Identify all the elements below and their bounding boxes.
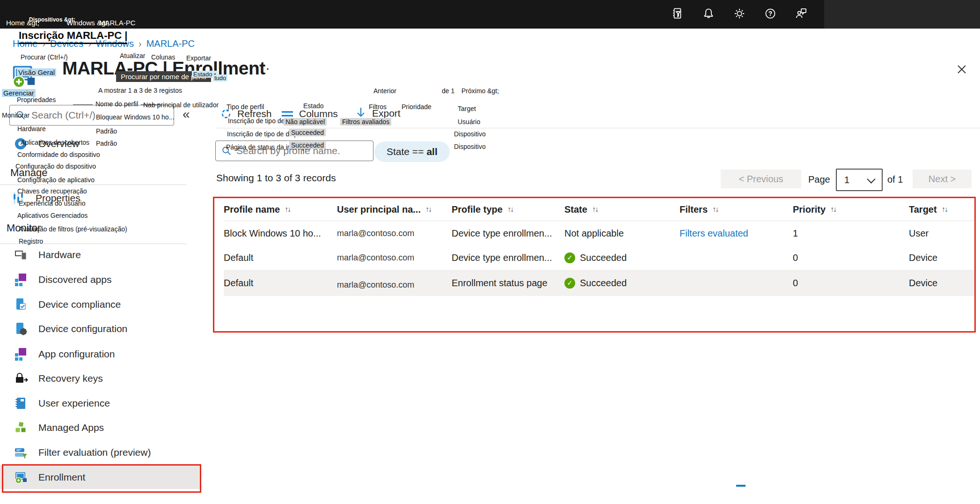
- success-icon: ✓: [564, 252, 575, 263]
- lock-arrow-icon: [14, 371, 28, 385]
- overlay-translation-label: Succeeded: [289, 129, 326, 136]
- sort-icon[interactable]: ↑↓: [425, 205, 431, 214]
- topbar-breadcrumb-marla-pc[interactable]: MARLA-PC: [99, 19, 136, 27]
- overlay-translation-label: Target: [458, 105, 476, 112]
- sidebar-item-user-experience[interactable]: User experience: [0, 392, 201, 415]
- sort-icon[interactable]: ↑↓: [507, 205, 513, 214]
- cell-priority: 0: [793, 252, 909, 263]
- overlay-translation-label: Conformidade do dispositivo: [17, 151, 100, 158]
- cell-profile-type: Device type enrollmen...: [452, 252, 564, 263]
- overlay-translation-label: Tipo de perfil: [227, 103, 264, 111]
- device-gear-icon: [14, 322, 28, 336]
- column-header-priority[interactable]: Priority↑↓: [793, 204, 909, 215]
- filters-evaluated-link[interactable]: Filters evaluated: [680, 228, 793, 239]
- sidebar-collapse-icon[interactable]: «: [183, 107, 190, 122]
- success-icon: ✓: [564, 278, 575, 289]
- overlay-translation-label: A mostrar 1 a 3 de 3 registos: [98, 87, 182, 94]
- sidebar-item-enrollment[interactable]: Enrollment: [0, 466, 201, 489]
- table-row[interactable]: Default marla@contoso.com Enrollment sta…: [224, 270, 974, 296]
- overlay-translation-label: Estado: [303, 102, 324, 110]
- column-header-profile-name[interactable]: Profile name↑↓: [224, 204, 337, 215]
- sort-icon[interactable]: ↑↓: [285, 205, 290, 214]
- overlay-translation-label: Não aplicável: [284, 118, 327, 126]
- overlay-translation-label: Procurar (Ctrl+/): [21, 53, 68, 61]
- state-filter-pill[interactable]: State == all: [374, 141, 450, 162]
- sidebar-item-label: Enrollment: [38, 472, 85, 483]
- records-count: Showing 1 to 3 of 3 records: [216, 172, 336, 184]
- sidebar-item-device-configuration[interactable]: Device configuration: [0, 317, 201, 341]
- overlay-translation-label: Atualizar: [120, 52, 145, 59]
- device-check-icon: [14, 297, 28, 311]
- sort-icon[interactable]: ↑↓: [592, 205, 598, 214]
- notifications-bell-icon[interactable]: [701, 6, 716, 21]
- overlay-translation-label: Avaliação de filtros (pré-visualização): [19, 225, 127, 233]
- cell-profile-name: Default: [224, 252, 337, 263]
- overlay-translation-label: Chaves de recuperação: [17, 187, 87, 195]
- overlay-translation-label: tudo: [213, 74, 227, 82]
- sidebar-item-managed-apps[interactable]: Managed Apps: [0, 416, 201, 439]
- blue-dash-artifact: [736, 485, 746, 487]
- cell-upn: marla@contoso.com: [337, 253, 452, 263]
- sidebar-item-label: App configuration: [38, 348, 115, 360]
- enrollment-table-annotation-box: Profile name↑↓ User principal na...↑↓ Pr…: [213, 197, 976, 333]
- cell-priority: 0: [793, 278, 909, 289]
- overlay-translation-label: Propriedades: [17, 96, 56, 104]
- overlay-translation-label: Colunas: [151, 53, 175, 61]
- overlay-translation-label: Filtros: [369, 103, 387, 111]
- state-filter-prefix: State ==: [387, 146, 424, 157]
- close-icon[interactable]: [955, 62, 969, 78]
- cubes-icon: [14, 421, 28, 435]
- page-number-select[interactable]: 1: [836, 169, 883, 191]
- sidebar-item-hardware[interactable]: Hardware: [0, 243, 201, 267]
- column-header-target[interactable]: Target↑↓: [909, 204, 974, 215]
- next-page-button[interactable]: Next >: [913, 170, 972, 188]
- overlay-translation-label: Hardware: [17, 125, 46, 133]
- sidebar-item-filter-evaluation[interactable]: Filter evaluation (preview): [0, 441, 201, 464]
- column-header-profile-type[interactable]: Profile type↑↓: [452, 204, 564, 215]
- sidebar-item-app-configuration[interactable]: App configuration: [0, 342, 201, 366]
- sort-icon[interactable]: ↑↓: [712, 205, 718, 214]
- breadcrumb-marla-pc[interactable]: MARLA-PC: [146, 38, 195, 49]
- sidebar-item-recovery-keys[interactable]: Recovery keys: [0, 367, 201, 390]
- sort-icon[interactable]: ↑↓: [830, 205, 836, 214]
- more-options-icon[interactable]: ···: [254, 60, 271, 76]
- sidebar-divider: [0, 185, 186, 185]
- column-header-upn[interactable]: User principal na...↑↓: [337, 204, 452, 215]
- overlay-translation-label: de 1: [442, 87, 454, 95]
- overlay-translation-label: Configuração de aplicativo: [17, 176, 95, 184]
- settings-gear-icon[interactable]: [732, 6, 747, 21]
- help-icon[interactable]: ?: [763, 6, 778, 21]
- cell-state: Succeeded: [580, 252, 627, 263]
- topbar-light-panel: [824, 0, 980, 29]
- previous-page-button[interactable]: < Previous: [721, 170, 801, 188]
- sort-icon[interactable]: ↑↓: [942, 205, 947, 214]
- overlay-translation-label: Aplicativos descobertos: [21, 139, 89, 146]
- overlay-translation-label: Prioridade: [402, 103, 431, 111]
- overlay-translation-label: Anterior: [373, 87, 396, 95]
- overlay-translation-label: Visão Geral: [17, 68, 56, 76]
- overlay-translation-label: Filtros avaliados: [340, 118, 391, 126]
- cell-state: Not applicable: [564, 228, 680, 239]
- overlay-translation-label: Padrão: [96, 127, 117, 135]
- activity-filter-icon[interactable]: [670, 6, 685, 21]
- table-row[interactable]: Default marla@contoso.com Device type en…: [224, 245, 974, 270]
- cell-upn: marla@contoso.com: [337, 276, 452, 290]
- filter-cards-icon: [14, 445, 28, 460]
- table-header-row: Profile name↑↓ User principal na...↑↓ Pr…: [224, 198, 974, 221]
- overlay-translation-label: Experiência do usuário: [19, 200, 85, 207]
- sidebar-item-discovered-apps[interactable]: Discovered apps: [0, 268, 201, 291]
- feedback-icon[interactable]: [794, 6, 809, 21]
- overlay-translation-label: Aplicativos Gerenciados: [17, 212, 88, 219]
- cell-target: Device: [909, 252, 974, 263]
- sidebar-item-device-compliance[interactable]: Device compliance: [0, 293, 201, 316]
- overlay-translation-label: Nab principal de utilizador: [143, 101, 219, 109]
- sidebar-item-label: Device configuration: [38, 323, 127, 334]
- column-header-state[interactable]: State↑↓: [564, 204, 680, 215]
- cell-priority: 1: [793, 228, 909, 239]
- overlay-translation-label: Exportar: [186, 54, 211, 62]
- table-row[interactable]: Block Windows 10 ho... marla@contoso.com…: [224, 221, 974, 245]
- top-app-bar: Home &gt; Dispositivos &gt; Windows &gt;…: [0, 0, 980, 29]
- cell-profile-name: Block Windows 10 ho...: [224, 228, 337, 239]
- overlay-translation-label: Próximo &gt;: [461, 87, 499, 95]
- column-header-filters[interactable]: Filters↑↓: [680, 204, 793, 215]
